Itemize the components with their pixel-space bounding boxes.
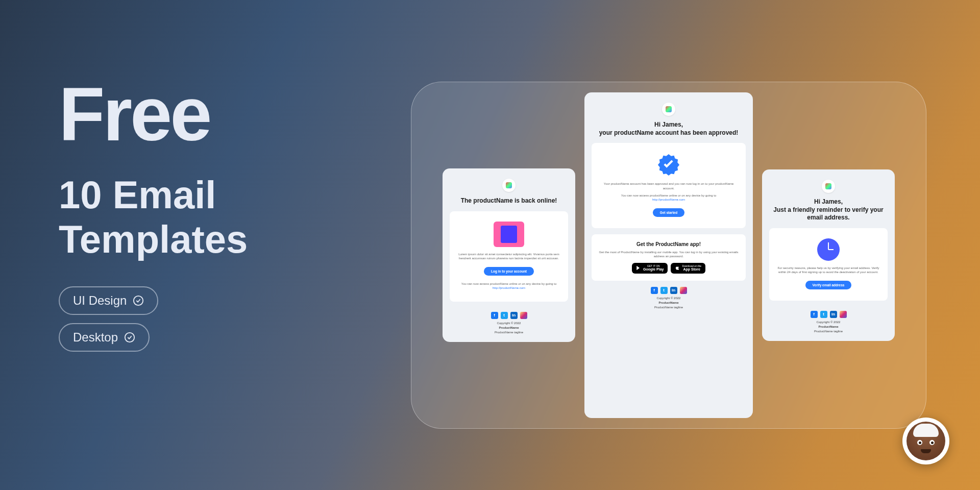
store-buttons: GET IT ONGoogle Play Download on theApp … <box>598 263 740 274</box>
app-section-title: Get the ProductName app! <box>598 241 740 247</box>
verify-email-button[interactable]: Verify email address <box>805 281 852 289</box>
card-heading: The productName is back online! <box>461 197 557 205</box>
app-download-section: Get the ProductName app! Get the most of… <box>592 234 746 281</box>
instagram-icon[interactable] <box>520 312 527 319</box>
facebook-icon[interactable]: f <box>491 312 498 319</box>
app-store-button[interactable]: Download on theApp Store <box>671 263 705 274</box>
tag-desktop[interactable]: Desktop <box>59 323 150 352</box>
facebook-icon[interactable]: f <box>811 311 818 318</box>
twitter-icon[interactable]: t <box>660 287 668 294</box>
hero-text-block: Free 10 Email Templates UI Design Deskto… <box>59 77 248 360</box>
product-logo-icon <box>662 103 675 116</box>
twitter-icon[interactable]: t <box>501 312 508 319</box>
card-body-box: Your productName account has been approv… <box>592 143 746 228</box>
social-icons: f t in <box>811 311 847 318</box>
card-footer: Copyright © 2022 ProductName ProductName… <box>814 320 843 334</box>
facebook-icon[interactable]: f <box>651 287 658 294</box>
apple-icon <box>675 265 680 271</box>
linkedin-icon[interactable]: in <box>830 311 837 318</box>
login-button[interactable]: Log in to your account <box>484 267 534 276</box>
check-circle-icon <box>124 332 135 343</box>
social-icons: f t in <box>491 312 527 319</box>
twitter-icon[interactable]: t <box>820 311 827 318</box>
product-link[interactable]: http://productName.com <box>652 198 685 201</box>
check-circle-icon <box>133 295 144 306</box>
body-text: For security reasons, please help us by … <box>775 266 881 275</box>
card-heading: Hi James, your productName account has b… <box>599 121 739 137</box>
linkedin-icon[interactable]: in <box>510 312 518 319</box>
verified-badge-icon <box>657 153 680 177</box>
hero-title: Free <box>59 77 248 152</box>
card-footer: Copyright © 2022 ProductName ProductName… <box>654 296 683 310</box>
app-body-text: Get the most of ProductName by installin… <box>598 250 740 259</box>
product-logo-icon <box>502 179 516 192</box>
body-text: Your productName account has been approv… <box>598 182 740 190</box>
card-body-box: For security reasons, please help us by … <box>769 228 888 301</box>
card-footer: Copyright © 2022 ProductName ProductName… <box>495 321 523 335</box>
author-avatar[interactable] <box>902 418 949 464</box>
illustration-icon <box>494 222 524 247</box>
link-text: You can now access productName online or… <box>598 193 740 202</box>
tag-list: UI Design Desktop <box>59 286 248 360</box>
templates-preview-panel: The productName is back online! Lorem ip… <box>411 82 926 429</box>
google-play-icon <box>636 265 641 271</box>
memoji-icon <box>906 422 945 460</box>
svg-point-1 <box>125 333 134 342</box>
product-link[interactable]: http://productName.com <box>493 286 525 289</box>
card-body-box: Lorem ipsum dolor sit amet consectetur a… <box>450 211 568 302</box>
email-card-verify-reminder: Hi James, Just a friendly reminder to ve… <box>762 169 895 341</box>
body-text: Lorem ipsum dolor sit amet consectetur a… <box>456 252 562 261</box>
svg-point-0 <box>134 296 143 305</box>
hero-subtitle: 10 Email Templates <box>59 173 248 262</box>
linkedin-icon[interactable]: in <box>670 287 677 294</box>
email-card-back-online: The productName is back online! Lorem ip… <box>443 168 575 341</box>
card-heading: Hi James, Just a friendly reminder to ve… <box>769 198 888 222</box>
clock-icon <box>817 238 840 261</box>
get-started-button[interactable]: Get started <box>653 208 684 217</box>
google-play-button[interactable]: GET IT ONGoogle Play <box>632 263 668 274</box>
tag-ui-design[interactable]: UI Design <box>59 286 158 315</box>
instagram-icon[interactable] <box>840 311 847 318</box>
product-logo-icon <box>822 180 835 193</box>
social-icons: f t in <box>651 287 687 294</box>
instagram-icon[interactable] <box>680 287 687 294</box>
link-text: You can now access productName online or… <box>456 282 562 290</box>
email-card-approved: Hi James, your productName account has b… <box>584 92 753 418</box>
